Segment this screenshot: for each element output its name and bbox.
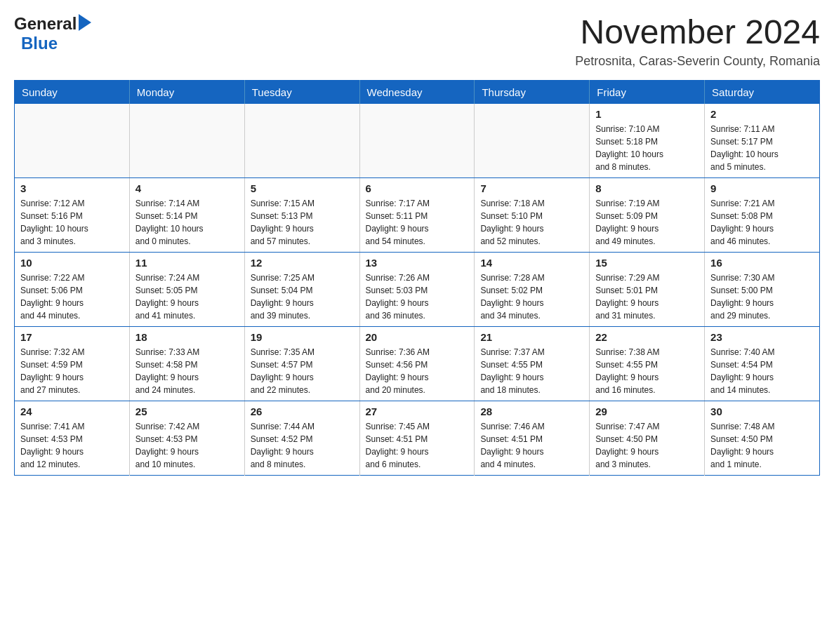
weekday-header-tuesday: Tuesday: [244, 80, 359, 104]
calendar-cell: 20Sunrise: 7:36 AM Sunset: 4:56 PM Dayli…: [359, 326, 475, 401]
week-row-1: 1Sunrise: 7:10 AM Sunset: 5:18 PM Daylig…: [15, 104, 820, 178]
logo-blue-text: Blue: [21, 34, 58, 53]
day-info: Sunrise: 7:12 AM Sunset: 5:16 PM Dayligh…: [20, 197, 124, 248]
day-info: Sunrise: 7:47 AM Sunset: 4:50 PM Dayligh…: [595, 420, 699, 471]
calendar-cell: 6Sunrise: 7:17 AM Sunset: 5:11 PM Daylig…: [359, 177, 475, 252]
day-number: 24: [20, 405, 124, 417]
day-number: 30: [710, 405, 814, 417]
calendar-cell: 27Sunrise: 7:45 AM Sunset: 4:51 PM Dayli…: [359, 401, 475, 475]
day-number: 5: [251, 182, 354, 194]
week-row-3: 10Sunrise: 7:22 AM Sunset: 5:06 PM Dayli…: [15, 252, 820, 326]
calendar-cell: 29Sunrise: 7:47 AM Sunset: 4:50 PM Dayli…: [590, 401, 705, 475]
calendar-cell: 28Sunrise: 7:46 AM Sunset: 4:51 PM Dayli…: [475, 401, 590, 475]
calendar-cell: 15Sunrise: 7:29 AM Sunset: 5:01 PM Dayli…: [590, 252, 705, 326]
calendar-cell: 24Sunrise: 7:41 AM Sunset: 4:53 PM Dayli…: [15, 401, 130, 475]
week-row-2: 3Sunrise: 7:12 AM Sunset: 5:16 PM Daylig…: [15, 177, 820, 252]
day-number: 18: [135, 331, 239, 343]
day-info: Sunrise: 7:41 AM Sunset: 4:53 PM Dayligh…: [20, 420, 124, 471]
day-number: 13: [366, 257, 469, 269]
calendar-cell: 9Sunrise: 7:21 AM Sunset: 5:08 PM Daylig…: [705, 177, 820, 252]
day-number: 19: [251, 331, 354, 343]
day-info: Sunrise: 7:10 AM Sunset: 5:18 PM Dayligh…: [595, 123, 699, 173]
day-info: Sunrise: 7:22 AM Sunset: 5:06 PM Dayligh…: [20, 271, 124, 322]
day-info: Sunrise: 7:18 AM Sunset: 5:10 PM Dayligh…: [480, 197, 583, 248]
calendar-cell: 7Sunrise: 7:18 AM Sunset: 5:10 PM Daylig…: [475, 177, 590, 252]
weekday-header-saturday: Saturday: [705, 80, 820, 104]
calendar-cell: [244, 104, 359, 178]
calendar-cell: 16Sunrise: 7:30 AM Sunset: 5:00 PM Dayli…: [705, 252, 820, 326]
calendar-cell: 21Sunrise: 7:37 AM Sunset: 4:55 PM Dayli…: [475, 326, 590, 401]
calendar-cell: 17Sunrise: 7:32 AM Sunset: 4:59 PM Dayli…: [15, 326, 130, 401]
day-number: 25: [135, 405, 239, 417]
logo: General Blue: [14, 14, 91, 53]
week-row-5: 24Sunrise: 7:41 AM Sunset: 4:53 PM Dayli…: [15, 401, 820, 475]
day-number: 10: [20, 257, 124, 269]
day-info: Sunrise: 7:19 AM Sunset: 5:09 PM Dayligh…: [595, 197, 699, 248]
day-number: 16: [710, 257, 814, 269]
calendar-cell: 19Sunrise: 7:35 AM Sunset: 4:57 PM Dayli…: [244, 326, 359, 401]
day-info: Sunrise: 7:14 AM Sunset: 5:14 PM Dayligh…: [135, 197, 239, 248]
day-info: Sunrise: 7:40 AM Sunset: 4:54 PM Dayligh…: [710, 346, 814, 396]
day-number: 17: [20, 331, 124, 343]
day-number: 20: [366, 331, 469, 343]
day-info: Sunrise: 7:38 AM Sunset: 4:55 PM Dayligh…: [595, 346, 699, 396]
day-number: 8: [595, 182, 699, 194]
day-number: 14: [480, 257, 583, 269]
week-row-4: 17Sunrise: 7:32 AM Sunset: 4:59 PM Dayli…: [15, 326, 820, 401]
day-info: Sunrise: 7:11 AM Sunset: 5:17 PM Dayligh…: [710, 123, 814, 173]
calendar-cell: 11Sunrise: 7:24 AM Sunset: 5:05 PM Dayli…: [129, 252, 244, 326]
day-number: 2: [710, 108, 814, 120]
calendar-cell: 10Sunrise: 7:22 AM Sunset: 5:06 PM Dayli…: [15, 252, 130, 326]
calendar-cell: 14Sunrise: 7:28 AM Sunset: 5:02 PM Dayli…: [475, 252, 590, 326]
calendar-cell: 8Sunrise: 7:19 AM Sunset: 5:09 PM Daylig…: [590, 177, 705, 252]
month-title: November 2024: [575, 14, 820, 51]
calendar-cell: 3Sunrise: 7:12 AM Sunset: 5:16 PM Daylig…: [15, 177, 130, 252]
day-number: 21: [480, 331, 583, 343]
title-area: November 2024 Petrosnita, Caras-Severin …: [575, 14, 820, 69]
calendar-cell: [475, 104, 590, 178]
day-number: 23: [710, 331, 814, 343]
day-info: Sunrise: 7:17 AM Sunset: 5:11 PM Dayligh…: [366, 197, 469, 248]
day-number: 12: [251, 257, 354, 269]
weekday-header-wednesday: Wednesday: [359, 80, 475, 104]
day-info: Sunrise: 7:33 AM Sunset: 4:58 PM Dayligh…: [135, 346, 239, 396]
calendar-cell: 22Sunrise: 7:38 AM Sunset: 4:55 PM Dayli…: [590, 326, 705, 401]
day-info: Sunrise: 7:21 AM Sunset: 5:08 PM Dayligh…: [710, 197, 814, 248]
day-info: Sunrise: 7:42 AM Sunset: 4:53 PM Dayligh…: [135, 420, 239, 471]
weekday-header-monday: Monday: [129, 80, 244, 104]
day-info: Sunrise: 7:37 AM Sunset: 4:55 PM Dayligh…: [480, 346, 583, 396]
calendar-cell: 18Sunrise: 7:33 AM Sunset: 4:58 PM Dayli…: [129, 326, 244, 401]
calendar-cell: 4Sunrise: 7:14 AM Sunset: 5:14 PM Daylig…: [129, 177, 244, 252]
calendar-cell: 30Sunrise: 7:48 AM Sunset: 4:50 PM Dayli…: [705, 401, 820, 475]
calendar-cell: 23Sunrise: 7:40 AM Sunset: 4:54 PM Dayli…: [705, 326, 820, 401]
day-info: Sunrise: 7:25 AM Sunset: 5:04 PM Dayligh…: [251, 271, 354, 322]
calendar-cell: [359, 104, 475, 178]
day-info: Sunrise: 7:44 AM Sunset: 4:52 PM Dayligh…: [251, 420, 354, 471]
day-number: 4: [135, 182, 239, 194]
weekday-header-thursday: Thursday: [475, 80, 590, 104]
day-info: Sunrise: 7:15 AM Sunset: 5:13 PM Dayligh…: [251, 197, 354, 248]
day-number: 27: [366, 405, 469, 417]
day-info: Sunrise: 7:48 AM Sunset: 4:50 PM Dayligh…: [710, 420, 814, 471]
calendar-cell: 26Sunrise: 7:44 AM Sunset: 4:52 PM Dayli…: [244, 401, 359, 475]
weekday-header-sunday: Sunday: [15, 80, 130, 104]
weekday-header-friday: Friday: [590, 80, 705, 104]
calendar-table: SundayMondayTuesdayWednesdayThursdayFrid…: [14, 80, 820, 476]
day-number: 22: [595, 331, 699, 343]
calendar-cell: [129, 104, 244, 178]
day-number: 28: [480, 405, 583, 417]
day-number: 11: [135, 257, 239, 269]
day-number: 1: [595, 108, 699, 120]
day-info: Sunrise: 7:28 AM Sunset: 5:02 PM Dayligh…: [480, 271, 583, 322]
calendar-cell: 5Sunrise: 7:15 AM Sunset: 5:13 PM Daylig…: [244, 177, 359, 252]
calendar-cell: [15, 104, 130, 178]
day-info: Sunrise: 7:35 AM Sunset: 4:57 PM Dayligh…: [251, 346, 354, 396]
day-number: 6: [366, 182, 469, 194]
weekday-header-row: SundayMondayTuesdayWednesdayThursdayFrid…: [15, 80, 820, 104]
day-number: 7: [480, 182, 583, 194]
calendar-cell: 25Sunrise: 7:42 AM Sunset: 4:53 PM Dayli…: [129, 401, 244, 475]
day-info: Sunrise: 7:26 AM Sunset: 5:03 PM Dayligh…: [366, 271, 469, 322]
day-number: 26: [251, 405, 354, 417]
logo-arrow-icon: [79, 14, 91, 31]
calendar-cell: 12Sunrise: 7:25 AM Sunset: 5:04 PM Dayli…: [244, 252, 359, 326]
